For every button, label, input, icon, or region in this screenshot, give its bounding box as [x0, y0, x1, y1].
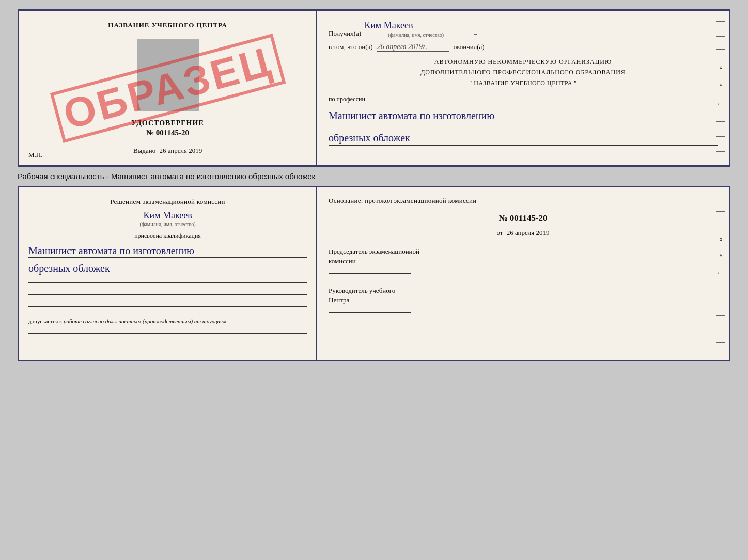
poluchil-row: Получил(а) Ким Макеев (фамилия, имя, отч… [329, 20, 718, 38]
top-card: НАЗВАНИЕ УЧЕБНОГО ЦЕНТРА УДОСТОВЕРЕНИЕ №… [18, 9, 730, 167]
right-line-1 [716, 21, 725, 22]
ot-label: от [497, 229, 503, 236]
right-line-2 [716, 36, 725, 37]
bottom-card-right: Основание: протокол экзаменационной коми… [317, 187, 729, 360]
recipient-name: Ким Макеев [364, 20, 467, 31]
bottom-card: Решением экзаменационной комиссии Ким Ма… [18, 186, 730, 361]
right-dashes-bottom: и а ← [716, 198, 725, 343]
dash-b-6 [716, 315, 725, 316]
rukovoditel-block: Руководитель учебного Центра [329, 286, 718, 313]
vydano-label: Выдано [133, 147, 155, 154]
completion-date: 26 апреля 2019г. [377, 43, 449, 52]
dash-b-5 [716, 302, 725, 302]
profession-line2: обрезных обложек [329, 131, 718, 146]
right-i: и [716, 66, 725, 69]
prisvoena-text: присвоена квалификация [28, 232, 307, 240]
vydano-date: 26 апреля 2019 [159, 147, 202, 154]
dash-b-1 [716, 198, 725, 198]
right-lines-top: и а ← [716, 21, 725, 167]
middle-specialty-label: Рабочая специальность - Машинист автомат… [18, 171, 730, 182]
dash-b-i: и [716, 238, 725, 241]
right-line-7 [716, 166, 725, 167]
photo-placeholder [137, 39, 199, 111]
right-a: а [716, 84, 725, 86]
vtom-row: в том, что он(а) 26 апреля 2019г. окончи… [329, 43, 718, 52]
right-line-5 [716, 136, 725, 137]
school-name-top: НАЗВАНИЕ УЧЕБНОГО ЦЕНТРА [108, 21, 227, 29]
dash-b-7 [716, 329, 725, 329]
dash-b-a: а [716, 254, 725, 257]
profession-line1: Машинист автомата по изготовлению [329, 108, 718, 123]
org-line2: ДОПОЛНИТЕЛЬНОГО ПРОФЕССИОНАЛЬНОГО ОБРАЗО… [329, 67, 718, 77]
po-professii-label: по профессии [329, 95, 718, 103]
blank-line-1 [28, 282, 307, 283]
udostoverenie-number: № 001145-20 [146, 129, 189, 137]
right-arrow: ← [716, 101, 725, 107]
dopuskaetsya-text: работе согласно должностным (производств… [64, 318, 226, 324]
fio-hint-bottom: (фамилия, имя, отчество) [140, 221, 196, 227]
protocol-number: № 001145-20 [329, 213, 718, 223]
top-card-right: Получил(а) Ким Макеев (фамилия, имя, отч… [317, 11, 729, 165]
org-line3: " НАЗВАНИЕ УЧЕБНОГО ЦЕНТРА " [329, 78, 718, 88]
rukovoditel-text: Руководитель учебного Центра [329, 286, 395, 303]
top-card-left: НАЗВАНИЕ УЧЕБНОГО ЦЕНТРА УДОСТОВЕРЕНИЕ №… [19, 11, 317, 165]
udostoverenie-label: УДОСТОВЕРЕНИЕ [131, 119, 204, 127]
poluchil-label: Получил(а) [329, 29, 361, 38]
dash-b-2 [716, 211, 725, 212]
fio-hint-top: (фамилия, имя, отчество) [388, 32, 444, 38]
dopuskaetsya-block: допускается к работе согласно должностны… [28, 318, 307, 324]
kvalif-line2: обрезных обложек [28, 263, 307, 275]
blank-line-3 [28, 306, 307, 307]
blank-line-2 [28, 294, 307, 295]
rukovoditel-sig-line [329, 312, 411, 313]
kvalif-line1: Машинист автомата по изготовлению [28, 245, 307, 258]
predsedatel-block: Председатель экзаменационной комиссии [329, 247, 718, 275]
right-line-4 [716, 121, 725, 122]
dash-b-3 [716, 225, 725, 225]
protocol-date-value: 26 апреля 2019 [507, 229, 550, 236]
dopuskaetsya-prefix: допускается к [28, 318, 62, 324]
osnovanie-text: Основание: протокол экзаменационной коми… [329, 197, 718, 205]
vtom-prefix: в том, что он(а) [329, 43, 373, 51]
rukovoditel-label: Руководитель учебного Центра [329, 286, 718, 305]
predsedatel-text: Председатель экзаменационной комиссии [329, 248, 419, 265]
mp-label: М.П. [28, 151, 42, 159]
okончил-label: окончил(а) [454, 43, 485, 51]
dash-b-8 [716, 342, 725, 343]
predsedatel-sig-line [329, 273, 411, 274]
org-block: АВТОНОМНУЮ НЕКОММЕРЧЕСКУЮ ОРГАНИЗАЦИЮ ДО… [329, 57, 718, 88]
org-line1: АВТОНОМНУЮ НЕКОММЕРЧЕСКУЮ ОРГАНИЗАЦИЮ [329, 57, 718, 67]
bottom-card-left: Решением экзаменационной комиссии Ким Ма… [19, 187, 317, 360]
right-line-3 [716, 49, 725, 50]
predsedatel-label: Председатель экзаменационной комиссии [329, 247, 718, 266]
dash-b-arrow: ← [716, 269, 725, 276]
document-wrapper: НАЗВАНИЕ УЧЕБНОГО ЦЕНТРА УДОСТОВЕРЕНИЕ №… [18, 9, 730, 361]
resheniem-text: Решением экзаменационной комиссии [28, 198, 307, 206]
right-line-6 [716, 151, 725, 152]
blank-line-4 [28, 333, 307, 334]
protocol-date-row: от 26 апреля 2019 [329, 229, 718, 237]
vydano-row: Выдано 26 апреля 2019 [133, 147, 202, 155]
dash-b-4 [716, 289, 725, 289]
komissia-person-name: Ким Макеев [143, 210, 192, 221]
